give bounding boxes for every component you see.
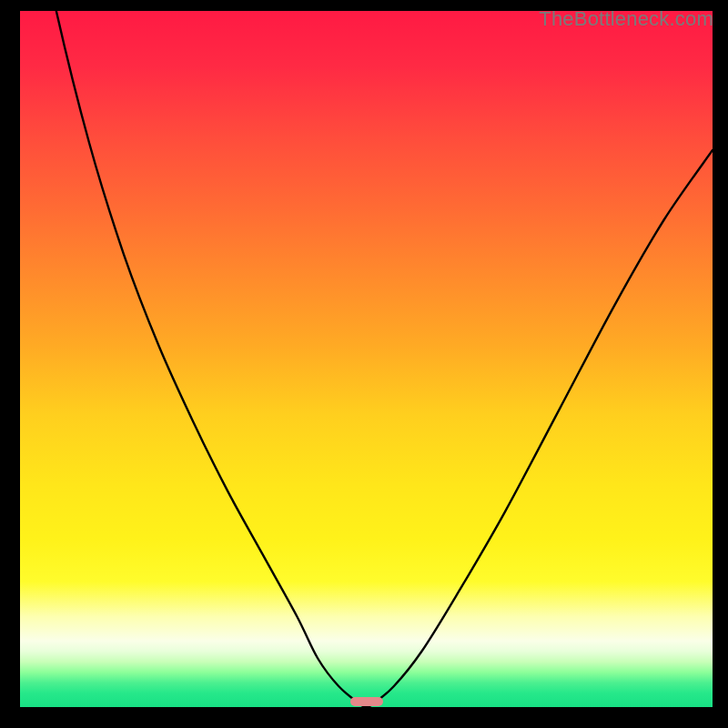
watermark-text: TheBottleneck.com xyxy=(539,7,713,31)
bottleneck-curve xyxy=(20,11,713,707)
plot-area xyxy=(20,11,713,707)
minimum-marker xyxy=(350,697,383,706)
chart-frame: TheBottleneck.com xyxy=(0,0,728,728)
